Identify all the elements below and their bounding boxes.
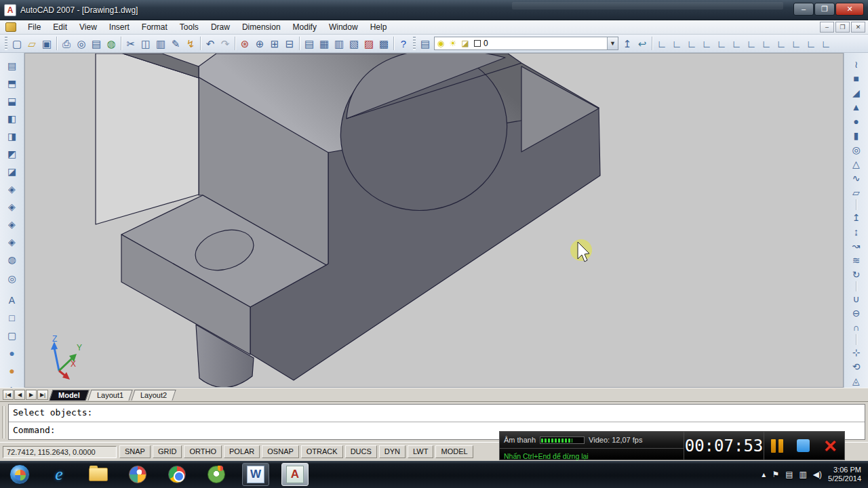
pause-button[interactable] — [771, 439, 783, 453]
file-menu-icon[interactable] — [5, 22, 16, 32]
device-icon[interactable]: ▤ — [785, 470, 793, 479]
open-icon[interactable]: ▱ — [24, 36, 39, 51]
taskbar-chrome-icon[interactable] — [163, 463, 191, 486]
command-window-grip[interactable] — [2, 406, 5, 439]
window-close-icon[interactable]: ✕ — [835, 3, 864, 16]
ucs-icon[interactable]: ∟ — [654, 36, 669, 51]
3d-walk-icon[interactable]: ◬ — [848, 373, 865, 388]
menu-file[interactable]: File — [22, 21, 47, 33]
menu-tools[interactable]: Tools — [174, 21, 205, 33]
window-minimize-icon[interactable]: – — [793, 3, 814, 16]
status-toggle-lwt[interactable]: LWT — [408, 445, 433, 458]
menu-window[interactable]: Window — [323, 21, 364, 33]
tab-scroll-button[interactable]: ◀ — [14, 390, 25, 400]
tab-scroll-button[interactable]: ▶ — [26, 390, 37, 400]
tab-model[interactable]: Model — [49, 390, 89, 401]
sheetset-manager-icon[interactable]: ▧ — [347, 36, 361, 51]
taskbar-autocad-icon[interactable]: A — [281, 463, 309, 486]
view-bottom-icon[interactable]: ⬓ — [4, 92, 20, 108]
coordinate-readout[interactable]: 72.7412, 115.2643, 0.0000 — [3, 446, 117, 458]
status-toggle-otrack[interactable]: OTRACK — [301, 445, 343, 458]
loft-icon[interactable]: ≋ — [848, 253, 865, 267]
plot-preview-icon[interactable]: ◎ — [74, 36, 89, 51]
tab-scroll-button[interactable]: ▶| — [37, 390, 48, 400]
taskbar-word-icon[interactable]: W — [242, 463, 269, 486]
menu-edit[interactable]: Edit — [47, 21, 73, 33]
visual-2d-wireframe-icon[interactable]: A — [4, 291, 20, 308]
nw-isometric-icon[interactable]: ◈ — [4, 233, 20, 249]
union-icon[interactable]: ∪ — [848, 291, 865, 306]
copy-icon[interactable]: ◫ — [138, 36, 153, 51]
layer-combo-dropdown-icon[interactable]: ▼ — [607, 37, 618, 49]
status-toggle-osnap[interactable]: OSNAP — [262, 445, 299, 458]
ucs-3point-icon[interactable]: ∟ — [774, 36, 789, 51]
3d-dwf-icon[interactable]: ◍ — [104, 36, 119, 51]
ucs-zaxis-icon[interactable]: ∟ — [759, 36, 774, 51]
view-right-icon[interactable]: ◨ — [4, 127, 20, 144]
window-maximize-icon[interactable]: ❐ — [814, 3, 835, 16]
view-left-icon[interactable]: ◧ — [4, 110, 20, 126]
paste-icon[interactable]: ▥ — [153, 36, 168, 51]
taskbar-paint-icon[interactable] — [124, 463, 151, 486]
cylinder-icon[interactable]: ▮ — [848, 128, 865, 142]
intersect-icon[interactable]: ∩ — [848, 320, 865, 334]
block-editor-icon[interactable]: ↯ — [183, 36, 198, 51]
taskbar-explorer-icon[interactable] — [85, 463, 112, 486]
publish-icon[interactable]: ▤ — [89, 36, 104, 51]
recorder-close-button[interactable]: ✕ — [823, 439, 837, 453]
markup-manager-icon[interactable]: ▨ — [361, 36, 376, 51]
tab-scroll-button[interactable]: |◀ — [3, 390, 14, 400]
view-top-icon[interactable]: ⬒ — [4, 75, 20, 91]
properties-icon[interactable]: ▤ — [302, 36, 317, 51]
taskbar-clock[interactable]: 3:06 PM 5/25/2014 — [828, 466, 861, 483]
toolbar-grip[interactable] — [5, 37, 7, 50]
action-center-flag-icon[interactable]: ⚑ — [772, 470, 779, 479]
quickcalc-icon[interactable]: ▩ — [376, 36, 391, 51]
make-object-layer-current-icon[interactable]: ↥ — [620, 36, 635, 51]
orbit-icon[interactable]: ◎ — [4, 270, 20, 286]
speaker-icon[interactable]: ◀) — [813, 470, 822, 479]
mdi-restore-icon[interactable]: ❐ — [835, 22, 850, 33]
helix-icon[interactable]: ∿ — [848, 171, 865, 185]
menu-modify[interactable]: Modify — [287, 21, 323, 33]
named-views-icon[interactable]: ▤ — [4, 57, 20, 73]
tool-palettes-icon[interactable]: ▥ — [332, 36, 347, 51]
menu-insert[interactable]: Insert — [103, 21, 136, 33]
3d-move-icon[interactable]: ⊹ — [848, 345, 865, 359]
cone-icon[interactable]: ▲ — [848, 100, 865, 114]
subtract-icon[interactable]: ⊖ — [848, 306, 865, 320]
network-icon[interactable]: ▥ — [799, 470, 806, 479]
toolbar-grip[interactable] — [413, 37, 416, 50]
tab-layout2[interactable]: Layout2 — [131, 390, 176, 401]
tray-expand-icon[interactable]: ▴ — [762, 470, 766, 479]
status-toggle-snap[interactable]: SNAP — [119, 445, 151, 458]
start-button[interactable] — [6, 463, 33, 486]
viewport-3d[interactable]: Z Y X — [24, 53, 844, 388]
layer-lock-icon[interactable]: ◪ — [459, 39, 471, 48]
menu-draw[interactable]: Draw — [205, 21, 236, 33]
zoom-window-icon[interactable]: ⊞ — [267, 36, 282, 51]
plot-icon[interactable]: ⎙ — [59, 36, 74, 51]
menu-view[interactable]: View — [73, 21, 103, 33]
ucs-y-icon[interactable]: ∟ — [804, 36, 818, 51]
taskbar-coccoc-icon[interactable] — [203, 463, 230, 486]
status-toggle-polar[interactable]: POLAR — [224, 445, 260, 458]
box-icon[interactable]: ■ — [848, 71, 865, 85]
ucs-object-icon[interactable]: ∟ — [714, 36, 729, 51]
ne-isometric-icon[interactable]: ◈ — [4, 216, 20, 232]
se-isometric-icon[interactable]: ◈ — [4, 198, 20, 214]
pan-icon[interactable]: ⊛ — [237, 36, 252, 51]
polysolid-icon[interactable]: ≀ — [848, 57, 865, 71]
view-front-icon[interactable]: ◩ — [4, 145, 20, 161]
visual-3d-hidden-icon[interactable]: ▢ — [4, 327, 20, 343]
layer-freeze-sun-icon[interactable]: ☀ — [447, 39, 459, 48]
status-toggle-ducs[interactable]: DUCS — [345, 445, 377, 458]
help-icon[interactable]: ? — [396, 36, 411, 51]
visual-realistic-icon[interactable]: ● — [4, 344, 20, 361]
sweep-icon[interactable]: ↝ — [848, 239, 865, 253]
planar-surface-icon[interactable]: ▱ — [848, 185, 865, 199]
save-icon[interactable]: ▣ — [39, 36, 54, 51]
ucs-view-icon[interactable]: ∟ — [729, 36, 744, 51]
cut-icon[interactable]: ✂ — [123, 36, 138, 51]
mdi-close-icon[interactable]: ✕ — [851, 22, 865, 33]
